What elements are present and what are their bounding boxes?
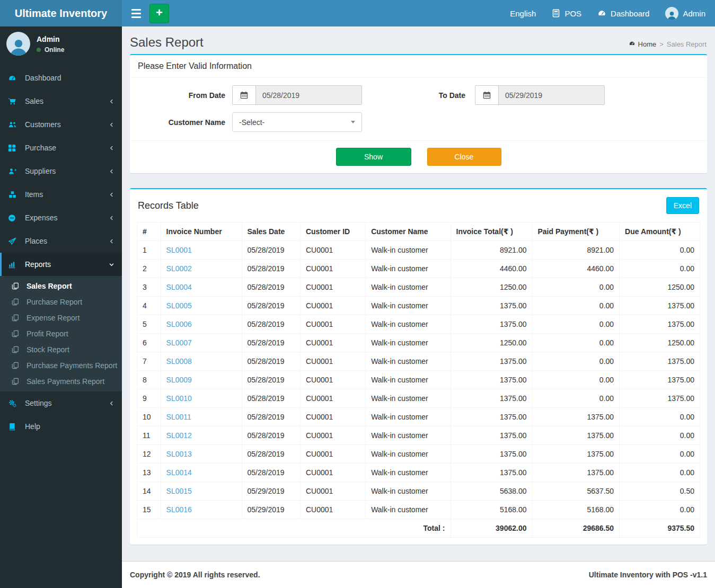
submenu-item-expense-report[interactable]: Expense Report <box>0 310 122 326</box>
brand-logo[interactable]: Ultimate Inventory <box>0 0 122 26</box>
dashboard-link[interactable]: Dashboard <box>597 9 649 18</box>
sidebar-item-dashboard[interactable]: Dashboard <box>0 66 122 90</box>
calendar-icon[interactable] <box>233 86 256 104</box>
sales-date-cell: 05/28/2019 <box>242 426 300 445</box>
sidebar-item-purchase[interactable]: Purchase <box>0 136 122 159</box>
sidebar-item-customers[interactable]: Customers <box>0 113 122 136</box>
due-amount-cell: 1375.00 <box>620 352 700 371</box>
row-number-cell: 13 <box>137 464 161 482</box>
submenu-item-purchase-payments-report[interactable]: Purchase Payments Report <box>0 358 122 373</box>
customer-id-cell: CU0001 <box>300 315 365 334</box>
invoice-link[interactable]: SL0012 <box>166 431 192 440</box>
version-text: Ultimate Inventory with POS -v1.1 <box>589 571 707 579</box>
sidebar-item-items[interactable]: Items <box>0 183 122 206</box>
page-footer: Copyright © 2019 All rights reserved. Ul… <box>122 561 715 588</box>
sidebar-user-panel: Admin Online <box>0 26 122 63</box>
from-date-input[interactable] <box>256 86 361 104</box>
invoice-number-cell: SL0002 <box>161 260 242 278</box>
customer-name-label: Customer Name <box>138 118 225 127</box>
invoice-total-cell: 8921.00 <box>451 241 532 260</box>
table-row: 14SL001505/29/2019CU0001Walk-in customer… <box>137 482 700 501</box>
sidebar-item-sales[interactable]: Sales <box>0 90 122 113</box>
sales-date-cell: 05/29/2019 <box>242 501 300 519</box>
customer-name-cell: Walk-in customer <box>366 241 451 260</box>
row-number-cell: 12 <box>137 445 161 464</box>
customer-select[interactable]: -Select- <box>232 112 362 132</box>
invoice-number-cell: SL0010 <box>161 389 242 408</box>
minus-circle-icon <box>8 214 20 222</box>
invoice-link[interactable]: SL0009 <box>166 376 192 384</box>
invoice-total-cell: 1375.00 <box>451 297 532 315</box>
sidebar-item-suppliers[interactable]: Suppliers <box>0 159 122 183</box>
gears-icon <box>8 399 20 407</box>
total-due: 9375.50 <box>620 519 700 538</box>
breadcrumb-home-link[interactable]: Home <box>629 40 657 48</box>
to-date-input[interactable] <box>499 86 604 104</box>
invoice-number-cell: SL0014 <box>161 464 242 482</box>
copy-icon <box>12 362 22 369</box>
invoice-link[interactable]: SL0005 <box>166 301 192 310</box>
sidebar: Admin Online Dashboard Sales <box>0 26 122 588</box>
row-number-cell: 1 <box>137 241 161 260</box>
sidebar-item-places[interactable]: Places <box>0 229 122 253</box>
invoice-link[interactable]: SL0014 <box>166 468 192 477</box>
row-number-cell: 5 <box>137 315 161 334</box>
due-amount-cell: 0.00 <box>620 445 700 464</box>
paid-payment-cell: 1375.00 <box>532 426 620 445</box>
close-button[interactable]: Close <box>427 148 501 166</box>
col-invoice-number: Invoice Number <box>161 222 242 241</box>
online-status[interactable]: Online <box>37 46 64 54</box>
chevron-left-icon <box>109 238 114 244</box>
user-menu[interactable]: Admin <box>665 7 705 20</box>
sidebar-item-help[interactable]: Help <box>0 415 122 438</box>
invoice-link[interactable]: SL0008 <box>166 357 192 366</box>
customer-name-cell: Walk-in customer <box>366 501 451 519</box>
submenu-item-sales-report[interactable]: Sales Report <box>0 278 122 294</box>
excel-export-button[interactable]: Excel <box>666 197 699 214</box>
user-plus-icon <box>8 167 20 175</box>
customer-id-cell: CU0001 <box>300 408 365 426</box>
paid-payment-cell: 8921.00 <box>532 241 620 260</box>
customer-id-cell: CU0001 <box>300 389 365 408</box>
invoice-link[interactable]: SL0016 <box>166 505 192 514</box>
sidebar-item-expenses[interactable]: Expenses <box>0 206 122 229</box>
invoice-number-cell: SL0012 <box>161 426 242 445</box>
customer-id-cell: CU0001 <box>300 501 365 519</box>
sidebar-item-settings[interactable]: Settings <box>0 391 122 415</box>
pos-link[interactable]: POS <box>552 9 581 18</box>
invoice-total-cell: 1250.00 <box>451 278 532 297</box>
customer-select-value: -Select- <box>239 118 264 127</box>
submenu-item-stock-report[interactable]: Stock Report <box>0 342 122 358</box>
row-number-cell: 3 <box>137 278 161 297</box>
row-number-cell: 15 <box>137 501 161 519</box>
submenu-item-sales-payments-report[interactable]: Sales Payments Report <box>0 373 122 389</box>
invoice-total-cell: 1375.00 <box>451 389 532 408</box>
invoice-link[interactable]: SL0011 <box>166 413 191 421</box>
sidebar-toggle-button[interactable] <box>125 0 147 26</box>
customer-id-cell: CU0001 <box>300 334 365 352</box>
copy-icon <box>12 378 22 385</box>
quick-add-button[interactable]: + <box>149 4 169 23</box>
invoice-link[interactable]: SL0010 <box>166 394 192 403</box>
invoice-link[interactable]: SL0001 <box>166 246 192 254</box>
customer-id-cell: CU0001 <box>300 426 365 445</box>
submenu-item-purchase-report[interactable]: Purchase Report <box>0 294 122 310</box>
top-navbar: Ultimate Inventory + English POS <box>0 0 715 26</box>
sidebar-item-reports[interactable]: Reports <box>0 253 122 276</box>
invoice-link[interactable]: SL0006 <box>166 320 192 328</box>
invoice-link[interactable]: SL0007 <box>166 338 192 347</box>
paid-payment-cell: 5637.50 <box>532 482 620 501</box>
invoice-link[interactable]: SL0013 <box>166 450 192 458</box>
show-button[interactable]: Show <box>336 148 411 166</box>
submenu-item-profit-report[interactable]: Profit Report <box>0 326 122 342</box>
sidebar-user-name: Admin <box>37 35 64 43</box>
breadcrumb-separator: > <box>659 40 664 48</box>
customer-id-cell: CU0001 <box>300 352 365 371</box>
invoice-link[interactable]: SL0015 <box>166 487 192 495</box>
due-amount-cell: 0.00 <box>620 464 700 482</box>
language-menu[interactable]: English <box>510 9 536 18</box>
invoice-link[interactable]: SL0002 <box>166 264 192 273</box>
calendar-icon[interactable] <box>475 86 499 104</box>
tachometer-icon <box>629 40 635 48</box>
invoice-link[interactable]: SL0004 <box>166 283 192 291</box>
